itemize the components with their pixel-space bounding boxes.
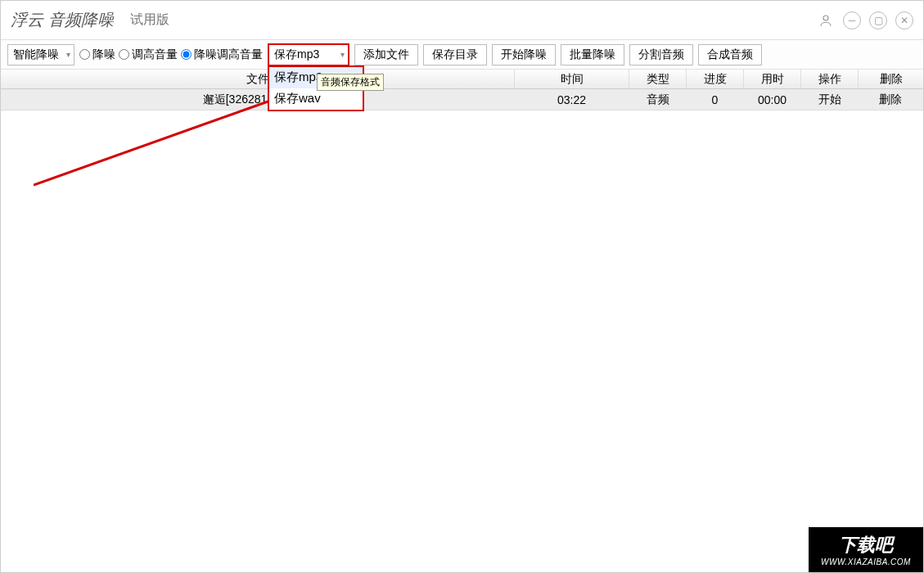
td-usetime: 00:00 (744, 89, 801, 110)
minimize-icon[interactable]: ─ (843, 11, 861, 29)
tooltip-save-format: 音频保存格式 (317, 74, 384, 91)
app-logo-text: 浮云 (11, 9, 43, 31)
start-denoise-button[interactable]: 开始降噪 (492, 44, 556, 65)
close-icon[interactable]: ✕ (895, 11, 913, 29)
th-type[interactable]: 类型 (629, 70, 687, 88)
radio-volume-input[interactable] (119, 49, 129, 60)
td-time: 03:22 (515, 89, 629, 110)
td-delete[interactable]: 删除 (859, 89, 923, 110)
th-file[interactable]: 文件 (1, 70, 515, 88)
save-format-value: 保存mp3 (274, 47, 319, 62)
user-icon[interactable] (817, 11, 835, 29)
batch-denoise-button[interactable]: 批量降噪 (561, 44, 624, 65)
toolbar: 智能降噪 降噪 调高音量 降噪调高音量 保存mp3 保存mp3 保存wav 音频… (1, 40, 923, 70)
add-file-button[interactable]: 添加文件 (354, 44, 418, 65)
td-op-start[interactable]: 开始 (801, 89, 859, 110)
watermark-url: WWW.XIAZAIBA.COM (821, 557, 911, 566)
dropdown-option-mp3-label: 保存mp3 (274, 70, 322, 85)
td-type: 音频 (629, 89, 687, 110)
td-file: 邂逅[32628199] - 甫平 .mp3 (1, 89, 515, 110)
save-format-select[interactable]: 保存mp3 (268, 43, 349, 66)
radio-both[interactable]: 降噪调高音量 (181, 47, 263, 62)
radio-both-label: 降噪调高音量 (194, 47, 263, 62)
radio-both-input[interactable] (181, 49, 192, 60)
radio-group: 降噪 调高音量 降噪调高音量 (79, 47, 263, 62)
merge-audio-button[interactable]: 合成音频 (698, 44, 762, 65)
th-usetime[interactable]: 用时 (744, 70, 801, 88)
radio-denoise[interactable]: 降噪 (79, 47, 115, 62)
watermark-title: 下载吧 (839, 533, 893, 557)
save-dir-button[interactable]: 保存目录 (423, 44, 487, 65)
td-progress: 0 (687, 89, 744, 110)
dropdown-option-wav[interactable]: 保存wav (269, 88, 363, 110)
radio-denoise-input[interactable] (79, 49, 90, 60)
save-format-dropdown: 保存mp3 保存wav 音频保存格式 (268, 65, 364, 111)
table-header: 文件 时间 类型 进度 用时 操作 删除 (1, 70, 923, 89)
title-bar: 浮云 音频降噪 试用版 ─ ▢ ✕ (1, 1, 923, 40)
dropdown-option-wav-label: 保存wav (274, 91, 321, 106)
window-controls: ─ ▢ ✕ (817, 11, 913, 29)
th-progress[interactable]: 进度 (687, 70, 744, 88)
radio-denoise-label: 降噪 (92, 47, 115, 62)
th-time[interactable]: 时间 (515, 70, 629, 88)
radio-volume-label: 调高音量 (132, 47, 178, 62)
split-audio-button[interactable]: 分割音频 (629, 44, 693, 65)
maximize-icon[interactable]: ▢ (869, 11, 887, 29)
svg-point-0 (823, 16, 828, 20)
radio-volume[interactable]: 调高音量 (119, 47, 178, 62)
app-name: 音频降噪 (48, 9, 114, 31)
edition-label: 试用版 (130, 11, 169, 29)
table-row[interactable]: 邂逅[32628199] - 甫平 .mp3 03:22 音频 0 00:00 … (1, 89, 923, 111)
th-op[interactable]: 操作 (801, 70, 859, 88)
th-del[interactable]: 删除 (859, 70, 923, 88)
save-format-wrap: 保存mp3 保存mp3 保存wav 音频保存格式 (268, 43, 349, 66)
table-body: 邂逅[32628199] - 甫平 .mp3 03:22 音频 0 00:00 … (1, 89, 923, 111)
watermark: 下载吧 WWW.XIAZAIBA.COM (809, 527, 923, 572)
mode-select-value: 智能降噪 (13, 47, 59, 62)
mode-select[interactable]: 智能降噪 (7, 44, 74, 65)
